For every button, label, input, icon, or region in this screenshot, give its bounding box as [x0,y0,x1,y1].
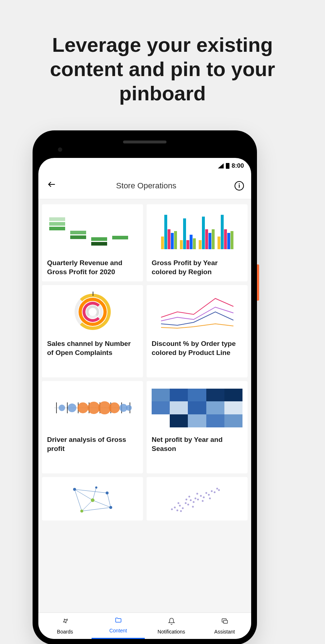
app-header: Store Operations i [38,172,251,199]
svg-line-20 [93,500,111,507]
content-card-quarterly-revenue[interactable]: Quarterly Revenue and Gross Profit for 2… [42,204,143,281]
nav-label: Notifications [157,629,185,635]
back-button[interactable] [46,178,58,193]
svg-point-12 [77,402,88,413]
chart-scatter-icon [152,482,242,515]
content-card-scatter[interactable] [147,477,248,520]
content-card-sales-channel[interactable]: Sales channel by Number of Open Complain… [42,285,143,377]
svg-point-56 [209,498,211,499]
svg-point-54 [185,499,187,501]
folder-icon [115,616,122,626]
content-card-net-profit-season[interactable]: Net profit by Year and Season [147,381,248,473]
svg-line-22 [107,493,111,507]
svg-point-26 [73,488,76,491]
svg-point-29 [109,506,112,509]
svg-point-10 [59,405,65,411]
svg-point-38 [187,504,189,506]
svg-point-17 [126,405,132,411]
bottom-nav: Boards Content Notifications [38,612,251,639]
svg-point-40 [193,501,194,503]
nav-boards[interactable]: Boards [38,613,92,639]
chart-concentric-icon [47,290,138,334]
svg-point-45 [205,492,207,494]
svg-point-51 [180,510,182,512]
chart-line-icon [152,290,242,334]
phone-speaker [123,141,166,143]
svg-point-47 [211,490,212,492]
chart-network-icon [47,482,138,515]
svg-point-32 [171,509,173,510]
page-title: Store Operations [58,181,235,191]
nav-content[interactable]: Content [92,613,145,639]
svg-point-52 [192,506,194,508]
svg-point-44 [203,497,204,498]
info-button[interactable]: i [235,181,244,191]
content-card-gross-profit-region[interactable]: Gross Profit by Year colored by Region [147,204,248,281]
pin-icon [62,618,69,627]
chart-waterfall-icon [47,209,138,253]
signal-icon [218,163,224,168]
phone-side-button [257,264,259,301]
svg-point-33 [174,507,176,509]
svg-point-30 [80,510,83,513]
phone-camera [58,147,62,152]
svg-point-36 [182,507,183,509]
svg-point-31 [95,486,97,489]
card-title: Gross Profit by Year colored by Region [152,259,242,276]
chart-heatmap-icon [152,386,242,430]
svg-point-53 [202,500,203,502]
svg-point-35 [179,505,181,507]
svg-point-27 [91,498,94,502]
content-card-network[interactable] [42,477,143,520]
svg-point-57 [177,502,179,504]
card-title: Driver analysis of Gross profit [47,435,138,453]
card-grid: Quarterly Revenue and Gross Profit for 2… [42,204,248,520]
svg-point-15 [109,402,120,413]
chart-grouped-bar-icon [152,209,242,253]
svg-line-23 [82,507,111,511]
nav-label: Content [109,628,127,633]
status-bar: 8:00 [38,158,251,172]
card-title: Sales channel by Number of Open Complain… [47,339,138,357]
nav-assistant[interactable]: Assistant [198,613,251,639]
nav-label: Boards [57,629,73,635]
svg-point-34 [176,510,178,511]
marketing-headline: Leverage your existing content and pin t… [0,0,325,106]
svg-line-25 [93,488,96,500]
nav-notifications[interactable]: Notifications [145,613,198,639]
svg-point-42 [197,499,199,501]
content-card-discount-order-type[interactable]: Discount % by Order type colored by Prod… [147,285,248,377]
svg-point-41 [194,498,196,499]
svg-point-28 [106,492,109,494]
chart-driver-icon [47,386,138,430]
svg-point-50 [218,489,220,491]
svg-line-24 [75,489,82,511]
card-title: Net profit by Year and Season [152,435,242,453]
content-card-driver-analysis[interactable]: Driver analysis of Gross profit [42,381,143,473]
bell-icon [168,618,175,627]
card-title: Quarterly Revenue and Gross Profit for 2… [47,259,138,276]
nav-label: Assistant [214,629,235,635]
card-title: Discount % by Order type colored by Prod… [152,339,242,357]
svg-point-55 [196,493,198,495]
svg-point-49 [216,488,218,490]
phone-device-frame: 8:00 Store Operations i [33,130,257,644]
svg-point-13 [88,402,100,414]
svg-point-39 [190,499,191,501]
svg-point-37 [185,502,186,504]
svg-point-43 [200,495,202,497]
status-time: 8:00 [232,162,244,170]
battery-icon [226,163,229,169]
svg-point-46 [208,494,210,496]
chat-icon [221,618,228,627]
svg-line-21 [82,500,93,511]
svg-point-58 [188,496,190,498]
content-area: Quarterly Revenue and Gross Profit for 2… [38,199,251,612]
phone-screen: 8:00 Store Operations i [38,158,251,639]
svg-point-48 [214,492,215,493]
svg-point-11 [68,403,76,412]
svg-rect-60 [223,620,227,623]
